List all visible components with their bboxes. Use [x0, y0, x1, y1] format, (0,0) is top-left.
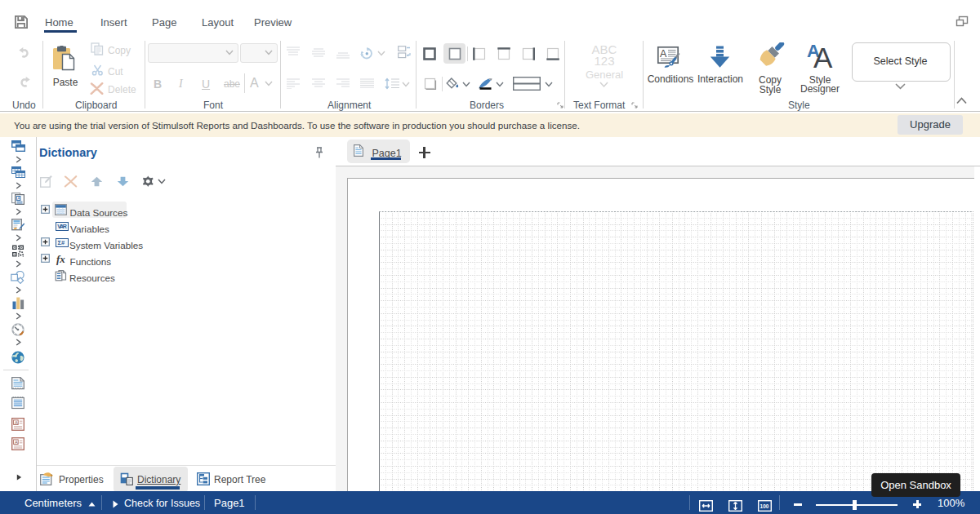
svg-text:A: A [660, 48, 667, 60]
svg-text:100: 100 [760, 503, 769, 509]
svg-text:A: A [15, 440, 18, 445]
svg-text:A: A [15, 420, 18, 425]
svg-text:VAR: VAR [57, 224, 67, 229]
svg-text:Σ#: Σ# [57, 239, 65, 246]
